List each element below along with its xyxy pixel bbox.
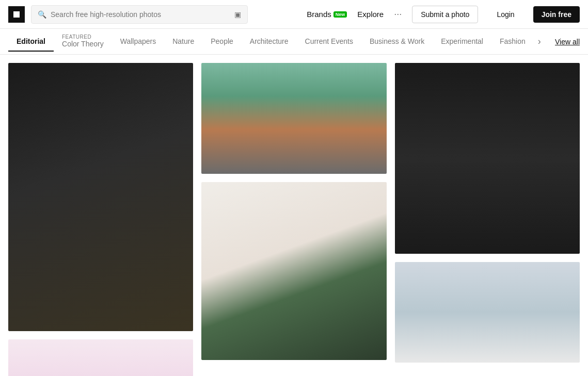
add-button-cherry[interactable]: + [168, 346, 187, 364]
top-controls-storefront: ♡ + [339, 69, 380, 88]
brands-label: Brands [307, 10, 331, 19]
category-editorial[interactable]: Editorial [8, 32, 54, 52]
bottom-controls-film: ↓ [208, 335, 380, 354]
photo-col-1: ♡ + LK Lydia Kasianna ↓ ♡ + [8, 63, 193, 376]
add-button-woman-dark[interactable]: + [555, 69, 574, 88]
login-button[interactable]: Login [488, 6, 522, 23]
category-more-button[interactable]: › [534, 31, 545, 52]
like-button-coffee[interactable]: ♡ [146, 69, 164, 88]
category-current-events[interactable]: Current Events [297, 32, 361, 52]
add-button-woman-beach[interactable]: + [555, 268, 574, 287]
add-button-storefront[interactable]: + [362, 69, 380, 88]
category-wallpapers[interactable]: Wallpapers [112, 32, 165, 52]
camera-icon[interactable]: ▣ [234, 10, 241, 19]
category-wallpapers-label: Wallpapers [120, 37, 156, 45]
photo-grid: ♡ + LK Lydia Kasianna ↓ ♡ + [0, 55, 588, 376]
category-people-label: People [211, 37, 233, 45]
download-button-film[interactable]: ↓ [362, 335, 380, 354]
category-color-theory-label: Color Theory [62, 40, 104, 48]
category-business-work-label: Business & Work [370, 37, 424, 45]
top-controls-woman-dark: ♡ + [532, 69, 574, 88]
username-coffee: Lydia Kasianna [33, 312, 78, 320]
photo-card-woman-beach[interactable]: ♡ + ↓ [395, 262, 580, 363]
avatar-coffee: LK [14, 308, 29, 323]
explore-label: Explore [357, 10, 384, 19]
search-bar[interactable]: 🔍 ▣ [31, 5, 248, 24]
category-nav: Editorial FEATURED Color Theory Wallpape… [0, 29, 588, 55]
category-featured-label: FEATURED [62, 34, 104, 40]
logo[interactable] [8, 6, 25, 23]
view-all-link[interactable]: View all [547, 32, 580, 51]
category-fashion[interactable]: Fashion [491, 32, 534, 52]
photo-card-woman-dark[interactable]: ♡ + ↓ [395, 63, 580, 254]
more-button[interactable]: ··· [394, 9, 402, 20]
category-color-theory[interactable]: FEATURED Color Theory [54, 29, 112, 54]
category-nature[interactable]: Nature [164, 32, 202, 52]
bottom-controls-storefront: ↓ [208, 149, 380, 168]
search-input[interactable] [51, 10, 230, 19]
category-nature-label: Nature [172, 37, 194, 45]
brands-link[interactable]: Brands New [307, 10, 347, 19]
like-button-film[interactable]: ♡ [339, 188, 358, 207]
category-experimental[interactable]: Experimental [433, 32, 491, 52]
download-button-coffee[interactable]: ↓ [168, 306, 187, 325]
top-controls-woman-beach: ♡ + [532, 268, 574, 287]
top-controls-coffee: ♡ + [146, 69, 187, 88]
category-people[interactable]: People [202, 32, 242, 52]
like-button-woman-dark[interactable]: ♡ [532, 69, 551, 88]
explore-link[interactable]: Explore [357, 10, 384, 19]
like-button-cherry[interactable]: ♡ [146, 346, 164, 364]
category-architecture-label: Architecture [250, 37, 289, 45]
join-button[interactable]: Join free [533, 6, 580, 23]
photo-card-storefront[interactable]: ♡ + ↓ [201, 63, 386, 174]
top-controls-cherry: ♡ + [146, 346, 187, 364]
add-button-coffee[interactable]: + [168, 69, 187, 88]
photo-col-2: ♡ + ↓ ♡ + ↓ [201, 63, 386, 376]
bottom-controls-coffee: LK Lydia Kasianna ↓ [14, 306, 187, 325]
category-fashion-label: Fashion [500, 37, 526, 45]
download-button-woman-beach[interactable]: ↓ [555, 338, 574, 356]
top-controls-film: ♡ + [339, 188, 380, 207]
brands-badge: New [333, 11, 347, 18]
download-button-woman-dark[interactable]: ↓ [555, 229, 574, 248]
photo-card-cherry[interactable]: ♡ + ↓ [8, 339, 193, 376]
add-button-film[interactable]: + [362, 188, 380, 207]
like-button-storefront[interactable]: ♡ [339, 69, 358, 88]
header: 🔍 ▣ Brands New Explore ··· Submit a phot… [0, 0, 588, 29]
like-button-woman-beach[interactable]: ♡ [532, 268, 551, 287]
category-current-events-label: Current Events [305, 37, 353, 45]
user-info-coffee: LK Lydia Kasianna [14, 308, 78, 323]
bottom-controls-woman-beach: ↓ [401, 338, 574, 356]
bottom-controls-woman-dark: ↓ [401, 229, 574, 248]
nav-links: Brands New Explore ··· Submit a photo Lo… [307, 6, 580, 23]
photo-card-coffee[interactable]: ♡ + LK Lydia Kasianna ↓ [8, 63, 193, 331]
category-business-work[interactable]: Business & Work [361, 32, 433, 52]
search-icon: 🔍 [38, 10, 46, 19]
category-architecture[interactable]: Architecture [242, 32, 297, 52]
photo-col-3: ♡ + ↓ ♡ + ↓ [395, 63, 580, 376]
category-experimental-label: Experimental [441, 37, 483, 45]
category-editorial-label: Editorial [17, 37, 45, 45]
download-button-storefront[interactable]: ↓ [362, 149, 380, 168]
photo-card-film[interactable]: ♡ + ↓ [201, 182, 386, 360]
submit-photo-button[interactable]: Submit a photo [412, 6, 478, 23]
